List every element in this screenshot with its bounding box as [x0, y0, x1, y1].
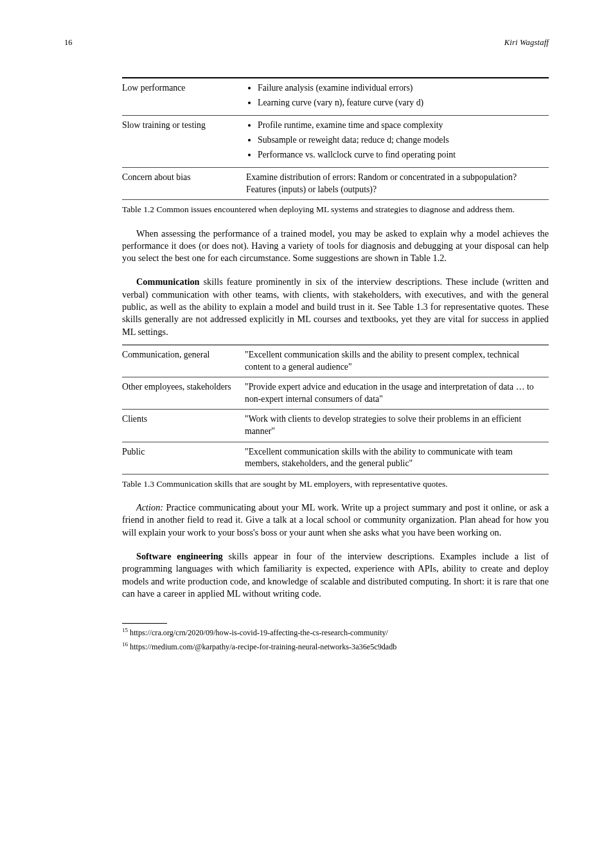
- page-number: 16: [64, 37, 73, 48]
- paragraph: Software engineering skills appear in fo…: [122, 550, 549, 600]
- cell-items: Examine distribution of errors: Random o…: [246, 168, 549, 200]
- paragraph-text: Practice communicating about your ML wor…: [122, 502, 549, 538]
- run-in-label: Communication: [136, 276, 200, 287]
- table-caption: Table 1.2 Common issues encountered when…: [122, 204, 549, 215]
- table-row: Clients "Work with clients to develop st…: [122, 410, 549, 442]
- cell-text: "Excellent communication skills with the…: [245, 442, 549, 474]
- footnote-number: 16: [122, 641, 128, 647]
- cell-label: Low performance: [122, 78, 246, 116]
- table-row: Communication, general "Excellent commun…: [122, 345, 549, 377]
- paragraph: Communication skills feature prominently…: [122, 276, 549, 338]
- footnote: 15 https://cra.org/crn/2020/09/how-is-co…: [122, 626, 549, 638]
- cell-text: "Work with clients to develop strategies…: [245, 410, 549, 442]
- table-row: Slow training or testing Profile runtime…: [122, 116, 549, 168]
- cell-label: Clients: [122, 410, 245, 442]
- list-item: Subsample or reweight data; reduce d; ch…: [258, 134, 545, 147]
- table-caption: Table 1.3 Communication skills that are …: [122, 478, 549, 490]
- cell-label: Communication, general: [122, 345, 245, 377]
- cell-label: Slow training or testing: [122, 116, 246, 168]
- paragraph: Action: Practice communicating about you…: [122, 502, 549, 539]
- cell-items: Profile runtime, examine time and space …: [246, 116, 549, 168]
- table-row: Concern about bias Examine distribution …: [122, 168, 549, 200]
- footnote-rule: [122, 623, 167, 624]
- run-in-label: Software engineering: [136, 551, 223, 561]
- table-row: Low performance Failure analysis (examin…: [122, 78, 549, 116]
- cell-text: Examine distribution of errors: Random o…: [246, 172, 517, 194]
- paragraph: When assessing the performance of a trai…: [122, 228, 549, 265]
- list-item: Profile runtime, examine time and space …: [258, 120, 545, 132]
- cell-label: Public: [122, 442, 245, 474]
- list-item: Performance vs. wallclock curve to find …: [258, 149, 545, 161]
- running-title: Kiri Wagstaff: [504, 37, 549, 48]
- footnote-number: 15: [122, 627, 128, 633]
- cell-label: Concern about bias: [122, 168, 246, 200]
- table-diagnosis: Low performance Failure analysis (examin…: [122, 77, 549, 200]
- table-communication: Communication, general "Excellent commun…: [122, 345, 549, 475]
- list-item: Learning curve (vary n), feature curve (…: [258, 97, 545, 109]
- run-in-label: Action:: [136, 502, 166, 512]
- table-row: Other employees, stakeholders "Provide e…: [122, 377, 549, 410]
- footnote: 16 https://medium.com/@karpathy/a-recipe…: [122, 640, 549, 653]
- cell-text: "Excellent communication skills and the …: [245, 345, 549, 377]
- cell-text: "Provide expert advice and education in …: [245, 377, 549, 410]
- footnotes: 15 https://cra.org/crn/2020/09/how-is-co…: [122, 626, 549, 652]
- table-row: Public "Excellent communication skills w…: [122, 442, 549, 474]
- footnote-text: https://cra.org/crn/2020/09/how-is-covid…: [128, 628, 388, 637]
- footnote-text: https://medium.com/@karpathy/a-recipe-fo…: [128, 642, 396, 651]
- cell-items: Failure analysis (examine individual err…: [246, 78, 549, 116]
- cell-label: Other employees, stakeholders: [122, 377, 245, 410]
- list-item: Failure analysis (examine individual err…: [258, 82, 545, 95]
